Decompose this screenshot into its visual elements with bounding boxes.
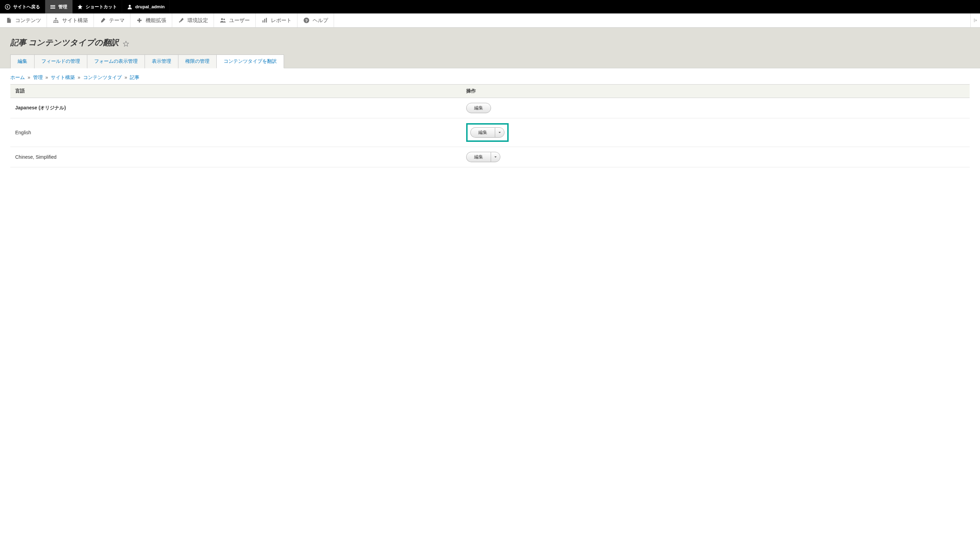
admin-menu-config[interactable]: 環境設定 — [172, 13, 214, 27]
reports-icon — [261, 17, 268, 24]
breadcrumb-home[interactable]: ホーム — [10, 75, 25, 80]
table-row: Japanese (オリジナル) 編集 — [10, 98, 970, 118]
language-cell: English — [10, 118, 461, 147]
edit-button-label: 編集 — [474, 154, 483, 160]
admin-menu-structure[interactable]: サイト構築 — [47, 13, 94, 27]
content-icon — [6, 17, 13, 24]
svg-text:?: ? — [305, 18, 307, 23]
translations-table: 言語 操作 Japanese (オリジナル) 編集 English 編集 — [10, 84, 970, 167]
breadcrumb-sep: » — [28, 75, 30, 80]
star-icon — [77, 4, 83, 10]
tab-translate[interactable]: コンテンツタイプを翻訳 — [216, 54, 284, 68]
admin-menu-structure-label: サイト構築 — [62, 17, 88, 24]
title-region: 記事 コンテンツタイプの翻訳 編集 フィールドの管理 フォームの表示管理 表示管… — [0, 28, 980, 68]
admin-menu-people[interactable]: ユーザー — [214, 13, 256, 27]
svg-point-0 — [5, 5, 10, 9]
edit-button-label: 編集 — [478, 129, 487, 136]
language-cell: Chinese, Simplified — [10, 147, 461, 167]
admin-menu: コンテンツ サイト構築 テーマ 機能拡張 環境設定 ユーザー レポート ? ヘル… — [0, 13, 980, 28]
admin-menu-people-label: ユーザー — [229, 17, 250, 24]
tab-edit[interactable]: 編集 — [10, 54, 35, 68]
admin-menu-config-label: 環境設定 — [188, 17, 208, 24]
admin-menu-help-label: ヘルプ — [313, 17, 328, 24]
back-to-site-link[interactable]: サイトへ戻る — [0, 0, 45, 13]
edit-button[interactable]: 編集 — [466, 103, 491, 113]
admin-menu-extend-label: 機能拡張 — [146, 17, 166, 24]
svg-point-8 — [223, 19, 225, 21]
svg-rect-10 — [264, 19, 266, 23]
admin-menu-appearance-label: テーマ — [109, 17, 124, 24]
toolbar-top: サイトへ戻る 管理 ショートカット drupal_admin — [0, 0, 980, 13]
shortcut-star-icon[interactable] — [123, 41, 129, 47]
breadcrumb-content-types[interactable]: コンテンツタイプ — [83, 75, 122, 80]
svg-point-6 — [179, 21, 180, 23]
svg-rect-3 — [54, 22, 55, 23]
edit-button-label: 編集 — [466, 103, 491, 113]
admin-menu-help[interactable]: ? ヘルプ — [298, 13, 334, 27]
breadcrumb-sep: » — [78, 75, 80, 80]
dropbutton-toggle[interactable] — [491, 152, 500, 162]
table-row: Chinese, Simplified 編集 — [10, 147, 970, 167]
breadcrumb-sep: » — [45, 75, 48, 80]
operations-cell: 編集 — [461, 118, 970, 147]
admin-menu-extend[interactable]: 機能拡張 — [130, 13, 172, 27]
manage-label: 管理 — [58, 4, 67, 10]
appearance-icon — [99, 17, 106, 24]
highlighted-operation: 編集 — [466, 123, 509, 142]
shortcuts-link[interactable]: ショートカット — [72, 0, 122, 13]
edit-button[interactable]: 編集 — [466, 152, 491, 162]
breadcrumb-sep: » — [124, 75, 127, 80]
dropbutton-toggle[interactable] — [495, 127, 504, 138]
admin-menu-reports-label: レポート — [271, 17, 291, 24]
col-language: 言語 — [10, 84, 461, 98]
people-icon — [220, 17, 226, 24]
back-to-site-label: サイトへ戻る — [13, 4, 40, 10]
back-icon — [5, 4, 10, 10]
primary-tabs: 編集 フィールドの管理 フォームの表示管理 表示管理 権限の管理 コンテンツタイ… — [10, 54, 970, 68]
user-menu[interactable]: drupal_admin — [122, 0, 170, 13]
breadcrumb-manage[interactable]: 管理 — [33, 75, 43, 80]
tab-manage-display[interactable]: 表示管理 — [145, 54, 178, 68]
help-icon: ? — [303, 17, 310, 24]
breadcrumb-structure[interactable]: サイト構築 — [51, 75, 75, 80]
operations-cell: 編集 — [461, 98, 970, 118]
svg-rect-11 — [266, 18, 267, 23]
edit-dropbutton: 編集 — [470, 127, 504, 138]
admin-menu-content-label: コンテンツ — [15, 17, 41, 24]
tab-manage-form-display[interactable]: フォームの表示管理 — [87, 54, 145, 68]
toolbar-orientation-toggle[interactable] — [970, 13, 980, 27]
tab-manage-permissions[interactable]: 権限の管理 — [178, 54, 217, 68]
breadcrumb-article[interactable]: 記事 — [130, 75, 139, 80]
svg-rect-4 — [55, 22, 57, 23]
extend-icon — [136, 17, 143, 24]
config-icon — [178, 17, 185, 24]
admin-menu-content[interactable]: コンテンツ — [0, 13, 47, 27]
svg-rect-2 — [55, 18, 57, 19]
edit-button[interactable]: 編集 — [470, 127, 495, 138]
svg-point-7 — [221, 18, 223, 20]
manage-toggle[interactable]: 管理 — [45, 0, 72, 13]
shortcuts-label: ショートカット — [86, 4, 117, 10]
svg-rect-5 — [57, 22, 59, 23]
page-title: 記事 コンテンツタイプの翻訳 — [10, 38, 119, 47]
operations-cell: 編集 — [461, 147, 970, 167]
hamburger-icon — [50, 4, 56, 10]
edit-dropbutton: 編集 — [466, 152, 500, 162]
svg-point-1 — [129, 5, 131, 7]
admin-menu-reports[interactable]: レポート — [256, 13, 298, 27]
structure-icon — [52, 17, 59, 24]
tab-manage-fields[interactable]: フィールドの管理 — [34, 54, 87, 68]
user-label: drupal_admin — [135, 4, 165, 9]
language-cell: Japanese (オリジナル) — [10, 98, 461, 118]
admin-menu-appearance[interactable]: テーマ — [94, 13, 130, 27]
table-row: English 編集 — [10, 118, 970, 147]
col-operations: 操作 — [461, 84, 970, 98]
svg-rect-9 — [262, 21, 264, 22]
user-icon — [127, 4, 132, 10]
breadcrumb: ホーム » 管理 » サイト構築 » コンテンツタイプ » 記事 — [0, 68, 980, 84]
